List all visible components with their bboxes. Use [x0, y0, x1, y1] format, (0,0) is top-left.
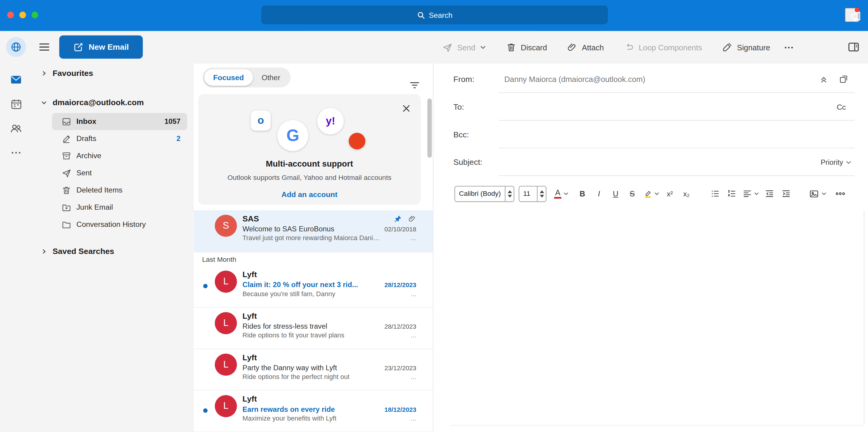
inbox-tabs: Focused Other [203, 67, 291, 87]
email-date: 18/12/2023 [384, 406, 416, 412]
highlight-button[interactable] [643, 186, 659, 201]
sidebar-folder-inbox[interactable]: Inbox 1057 [52, 113, 187, 130]
bold-button[interactable]: B [576, 186, 588, 201]
sidebar-folder-sent[interactable]: Sent [52, 165, 187, 182]
close-window-button[interactable] [7, 12, 14, 19]
to-field[interactable]: To: Cc [433, 93, 868, 121]
sidebar-folder-deleted-items[interactable]: Deleted Items [52, 181, 187, 199]
sidebar-saved-searches[interactable]: Saved Searches [32, 243, 194, 259]
font-size-value: 11 [519, 186, 534, 201]
avatar[interactable]: L [215, 395, 237, 417]
avatar[interactable]: L [215, 312, 237, 334]
collapse-fields-icon[interactable] [819, 73, 830, 85]
from-field[interactable]: From: Danny Maiorca (dmaiorca@outlook.co… [433, 65, 868, 93]
insert-image-button[interactable] [809, 186, 827, 201]
sidebar-folder-archive[interactable]: Archive [52, 147, 187, 165]
bullet-list-icon[interactable] [709, 186, 721, 201]
align-button[interactable] [742, 186, 759, 201]
font-size-select[interactable]: 11 [519, 186, 547, 202]
titlebar: Search [0, 0, 868, 31]
unread-dot [203, 284, 208, 288]
email-overflow[interactable]: ... [411, 373, 416, 381]
people-module-icon[interactable] [6, 119, 26, 138]
font-size-stepper[interactable] [537, 186, 546, 201]
superscript-button[interactable]: x² [664, 186, 676, 201]
email-list-item[interactable]: L Lyft Rides for stress-less travel 28/1… [194, 307, 433, 349]
font-color-button[interactable]: A [554, 186, 569, 201]
avatar[interactable]: L [215, 270, 237, 293]
reading-pane-toggle-icon[interactable] [847, 40, 860, 54]
minimize-window-button[interactable] [19, 12, 26, 19]
message-list-pane: Focused Other o G y! Multi-account suppo… [194, 64, 433, 432]
avatar[interactable]: S [215, 215, 237, 237]
avatar[interactable]: L [215, 354, 237, 376]
email-list: S SAS Welcome to SAS EuroBonus 02/10/201… [194, 210, 433, 432]
sidebar-account[interactable]: dmaiorca@outlook.com [32, 93, 194, 111]
pin-icon[interactable] [394, 214, 402, 223]
send-button[interactable]: Send [442, 42, 486, 53]
more-formatting-icon[interactable] [834, 186, 846, 201]
email-overflow[interactable]: ... [411, 414, 416, 422]
email-sender: Lyft [242, 353, 257, 362]
paperclip-icon [567, 42, 578, 53]
whats-new-icon[interactable] [845, 8, 859, 22]
more-actions-button[interactable] [783, 42, 795, 53]
underline-button[interactable]: U [610, 186, 621, 201]
tab-focused[interactable]: Focused [204, 69, 253, 86]
sidebar-folder-junk-email[interactable]: Junk Email [52, 199, 187, 216]
send-menu-caret-icon[interactable] [480, 45, 486, 49]
message-body-editor[interactable] [433, 204, 868, 432]
indent-icon[interactable] [780, 186, 792, 201]
email-list-item[interactable]: L Lyft Claim it: 20 % off your next 3 ri… [194, 266, 433, 307]
calendar-module-icon[interactable] [6, 94, 26, 114]
from-value[interactable]: Danny Maiorca (dmaiorca@outlook.com) [504, 75, 645, 84]
subscript-button[interactable]: x₂ [680, 186, 692, 201]
email-list-item[interactable]: L Lyft Earn rewards on every ride 18/12/… [194, 391, 433, 432]
mail-module-icon[interactable] [6, 70, 26, 90]
numbered-list-icon[interactable] [726, 186, 738, 201]
font-name-stepper[interactable] [505, 186, 514, 201]
saved-searches-label: Saved Searches [53, 247, 114, 256]
add-account-link[interactable]: Add an account [198, 190, 421, 199]
email-list-item[interactable]: S SAS Welcome to SAS EuroBonus 02/10/201… [194, 210, 433, 253]
chevron-down-icon [41, 99, 47, 105]
email-overflow[interactable]: ... [411, 331, 416, 339]
signature-button[interactable]: Signature [722, 42, 770, 53]
loop-components-button[interactable]: Loop Components [624, 42, 702, 53]
menu-icon[interactable] [38, 40, 51, 54]
italic-button[interactable]: I [593, 186, 605, 201]
close-icon[interactable] [402, 103, 413, 114]
attach-button[interactable]: Attach [567, 42, 604, 53]
outdent-icon[interactable] [764, 186, 775, 201]
search-input[interactable]: Search [261, 5, 608, 24]
popout-icon[interactable] [839, 73, 850, 85]
filter-icon[interactable] [409, 79, 421, 91]
field-divider [499, 175, 855, 176]
email-overflow[interactable]: ... [411, 234, 416, 242]
inbox-icon [61, 117, 71, 127]
account-switcher-globe-icon[interactable] [6, 37, 26, 57]
bcc-label: Bcc: [453, 130, 469, 139]
font-name-select[interactable]: Calibri (Body) [455, 186, 514, 202]
email-overflow[interactable]: ... [411, 290, 416, 298]
subject-field[interactable]: Subject: Priority [433, 148, 868, 176]
email-list-item[interactable]: L Lyft Party the Danny way with Lyft 23/… [194, 349, 433, 391]
discard-button[interactable]: Discard [506, 42, 547, 53]
new-email-button[interactable]: New Email [59, 36, 143, 59]
priority-dropdown[interactable]: Priority [821, 158, 851, 166]
sidebar-favourites[interactable]: Favourites [32, 65, 194, 81]
zoom-window-button[interactable] [32, 12, 38, 19]
list-scrollbar[interactable] [427, 99, 432, 158]
bcc-field[interactable]: Bcc: [433, 121, 868, 148]
office-logo [349, 133, 365, 149]
rail-more-icon[interactable] [6, 143, 26, 163]
compose-scrollbar[interactable] [864, 210, 865, 425]
folder-label: Drafts [76, 134, 171, 143]
sidebar-folder-conversation-history[interactable]: Conversation History [52, 216, 187, 233]
email-date: 28/12/2023 [384, 323, 416, 330]
strikethrough-button[interactable]: S [626, 186, 638, 201]
sidebar-folder-drafts[interactable]: Drafts 2 [52, 130, 187, 147]
cc-toggle[interactable]: Cc [837, 103, 846, 111]
tab-other[interactable]: Other [253, 69, 289, 86]
to-label: To: [453, 102, 464, 111]
